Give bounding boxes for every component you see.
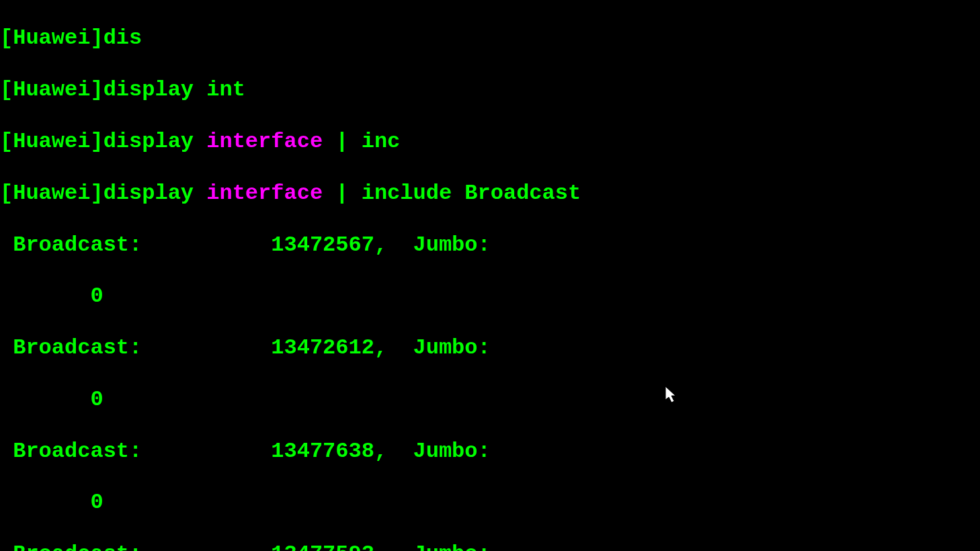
prompt-cmd: dis bbox=[104, 26, 142, 50]
output-row-zero: 0 bbox=[0, 387, 980, 413]
prompt-cmd-c: | include Broadcast bbox=[323, 181, 581, 206]
prompt-line-3: [Huawei]display interface | include Broa… bbox=[0, 181, 980, 206]
prompt-line-1: [Huawei]display int bbox=[0, 77, 980, 103]
output-row-zero: 0 bbox=[0, 490, 980, 515]
jumbo-label: Jumbo: bbox=[387, 542, 491, 551]
prompt-line-2: [Huawei]display interface | inc bbox=[0, 129, 980, 155]
output-row: Broadcast: 13477638, Jumbo: bbox=[0, 439, 980, 464]
prompt-prefix: [Huawei] bbox=[0, 26, 104, 50]
jumbo-label: Jumbo: bbox=[387, 232, 491, 257]
zero-value: 0 bbox=[0, 490, 104, 515]
jumbo-label: Jumbo: bbox=[387, 335, 491, 360]
zero-value: 0 bbox=[0, 387, 104, 412]
output-row: Broadcast: 13477593, Jumbo: bbox=[0, 542, 980, 551]
broadcast-value: 13477593, bbox=[142, 542, 387, 551]
terminal-output[interactable]: [Huawei]dis [Huawei]display int [Huawei]… bbox=[0, 0, 980, 551]
prompt-prefix: [Huawei] bbox=[0, 181, 104, 206]
broadcast-label: Broadcast: bbox=[0, 232, 142, 257]
output-row: Broadcast: 13472567, Jumbo: bbox=[0, 232, 980, 258]
output-row-zero: 0 bbox=[0, 284, 980, 309]
prompt-cmd: display int bbox=[104, 77, 245, 102]
prompt-cmd-b: interface bbox=[206, 181, 323, 206]
broadcast-label: Broadcast: bbox=[0, 439, 142, 464]
broadcast-value: 13477638, bbox=[142, 439, 387, 464]
prompt-cmd-c: | inc bbox=[323, 129, 400, 154]
broadcast-value: 13472567, bbox=[142, 232, 387, 257]
jumbo-label: Jumbo: bbox=[387, 439, 491, 464]
prompt-cmd-b: interface bbox=[206, 129, 323, 154]
prompt-prefix: [Huawei] bbox=[0, 77, 104, 102]
broadcast-label: Broadcast: bbox=[0, 542, 142, 551]
broadcast-label: Broadcast: bbox=[0, 335, 142, 360]
prompt-line-0: [Huawei]dis bbox=[0, 26, 980, 51]
prompt-prefix: [Huawei] bbox=[0, 129, 104, 154]
prompt-cmd-a: display bbox=[104, 181, 207, 206]
prompt-cmd-a: display bbox=[104, 129, 207, 154]
zero-value: 0 bbox=[0, 284, 104, 308]
broadcast-value: 13472612, bbox=[142, 335, 387, 360]
output-row: Broadcast: 13472612, Jumbo: bbox=[0, 335, 980, 361]
